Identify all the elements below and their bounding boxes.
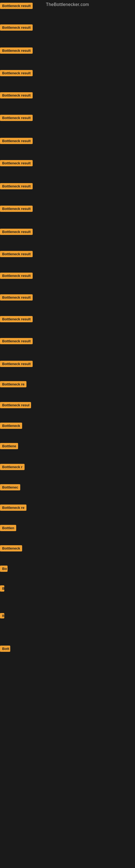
bottleneck-badge: Bottleneck re xyxy=(0,381,27,388)
bottleneck-badge: Bottleneck result xyxy=(0,92,33,98)
bottleneck-badge: B xyxy=(0,613,4,618)
bottleneck-badge: Bottleneck result xyxy=(0,160,33,166)
bottleneck-badge: Bottleneck re xyxy=(0,504,27,511)
bottleneck-badge: Bottleneck result xyxy=(0,48,33,54)
bottleneck-badge: Bottleneck xyxy=(0,545,22,552)
bottleneck-badge: Bottleneck result xyxy=(0,273,33,279)
bottleneck-badge: Bo xyxy=(0,565,8,572)
bottleneck-badge: Bottleneck result xyxy=(0,206,33,212)
bottleneck-badge: Bottleneck result xyxy=(0,70,33,76)
bottleneck-badge: Bottleneck result xyxy=(0,183,33,189)
page-container: TheBottlenecker.com Bottleneck resultBot… xyxy=(0,0,135,868)
bottleneck-badge: Bottleneck result xyxy=(0,115,33,121)
bottleneck-badge: Bottleneck result xyxy=(0,229,33,235)
bottleneck-badge: Bottleneck result xyxy=(0,361,33,367)
bottleneck-badge: Bottleneck r xyxy=(0,464,25,470)
bottleneck-badge: Bottlene xyxy=(0,443,18,449)
bottleneck-badge: B xyxy=(0,585,4,592)
bottleneck-badge: Bottleneck result xyxy=(0,338,33,344)
bottleneck-badge: Bottleneck result xyxy=(0,251,33,257)
bottleneck-badge: Bottleneck result xyxy=(0,294,33,301)
bottleneck-badge: Bottlenec xyxy=(0,484,20,490)
bottleneck-badge: Bottleneck xyxy=(0,423,22,429)
bottleneck-badge: Bott xyxy=(0,646,10,652)
bottleneck-badge: Bottleneck result xyxy=(0,24,33,31)
bottleneck-badge: Bottleneck result xyxy=(0,316,33,322)
bottleneck-badge: Bottleneck resul xyxy=(0,402,31,408)
bottleneck-badge: Bottlen xyxy=(0,525,16,531)
bottleneck-badge: Bottleneck result xyxy=(0,138,33,144)
bottleneck-badge: Bottleneck result xyxy=(0,3,33,9)
